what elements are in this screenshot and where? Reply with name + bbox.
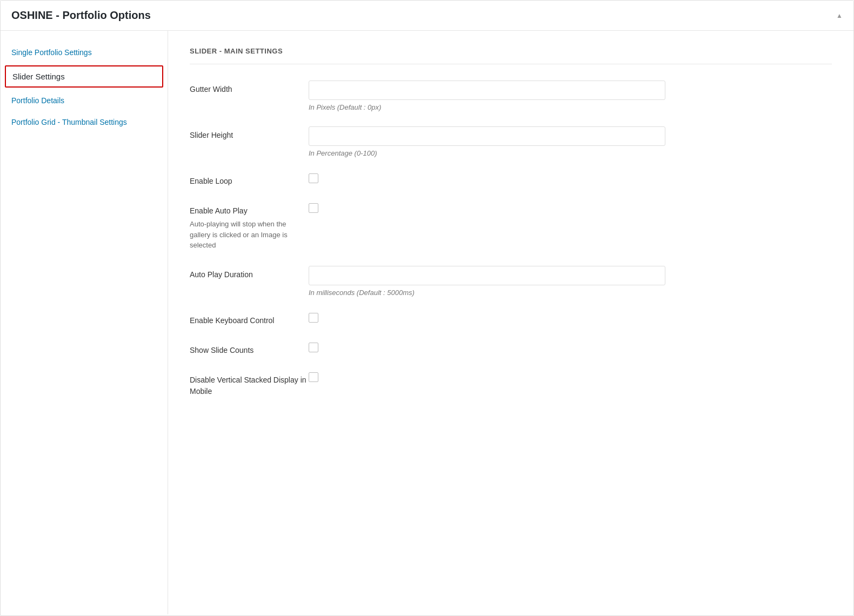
- collapse-icon[interactable]: [836, 12, 843, 19]
- checkbox-disable-vertical-stacked[interactable]: [309, 372, 318, 382]
- control-gutter-width: In Pixels (Default : 0px): [309, 81, 832, 111]
- label-enable-auto-play: Enable Auto Play Auto-playing will stop …: [190, 202, 309, 251]
- control-keyboard-control: [309, 312, 832, 323]
- input-slider-height[interactable]: [309, 126, 665, 146]
- settings-row-enable-loop: Enable Loop: [190, 172, 832, 187]
- control-disable-vertical-stacked: [309, 371, 832, 382]
- input-auto-play-duration[interactable]: [309, 266, 665, 285]
- sidebar-link-portfolio-grid[interactable]: Portfolio Grid - Thumbnail Settings: [11, 118, 127, 126]
- sidebar-item-portfolio-grid[interactable]: Portfolio Grid - Thumbnail Settings: [1, 111, 168, 133]
- settings-row-auto-play-duration: Auto Play Duration In milliseconds (Defa…: [190, 266, 832, 297]
- checkbox-enable-loop[interactable]: [309, 173, 318, 183]
- label-auto-play-duration: Auto Play Duration: [190, 266, 309, 280]
- settings-row-disable-vertical-stacked: Disable Vertical Stacked Display in Mobi…: [190, 371, 832, 397]
- label-enable-loop: Enable Loop: [190, 172, 309, 187]
- checkbox-show-slide-counts[interactable]: [309, 343, 318, 352]
- settings-row-show-slide-counts: Show Slide Counts: [190, 342, 832, 356]
- page-wrapper: OSHINE - Portfolio Options Single Portfo…: [0, 0, 854, 616]
- control-show-slide-counts: [309, 342, 832, 352]
- section-title: SLIDER - MAIN SETTINGS: [190, 47, 832, 55]
- sidebar-item-slider-settings[interactable]: Slider Settings: [5, 65, 163, 88]
- helper-gutter-width: In Pixels (Default : 0px): [309, 103, 832, 111]
- settings-row-slider-height: Slider Height In Percentage (0-100): [190, 126, 832, 157]
- control-enable-auto-play: [309, 202, 832, 213]
- content-area: Single Portfolio Settings Slider Setting…: [1, 31, 853, 614]
- sidebar-item-single-portfolio[interactable]: Single Portfolio Settings: [1, 42, 168, 63]
- label-show-slide-counts: Show Slide Counts: [190, 342, 309, 356]
- settings-row-keyboard-control: Enable Keyboard Control: [190, 312, 832, 326]
- checkbox-wrapper-enable-loop: [309, 172, 832, 183]
- checkbox-keyboard-control[interactable]: [309, 313, 318, 323]
- label-gutter-width: Gutter Width: [190, 81, 309, 95]
- page-header: OSHINE - Portfolio Options: [1, 1, 853, 31]
- settings-row-enable-auto-play: Enable Auto Play Auto-playing will stop …: [190, 202, 832, 251]
- label-slider-height: Slider Height: [190, 126, 309, 141]
- control-enable-loop: [309, 172, 832, 183]
- checkbox-wrapper-keyboard-control: [309, 312, 832, 323]
- checkbox-wrapper-enable-auto-play: [309, 202, 832, 213]
- sidebar-item-portfolio-details[interactable]: Portfolio Details: [1, 90, 168, 111]
- page-title: OSHINE - Portfolio Options: [11, 9, 151, 22]
- label-keyboard-control: Enable Keyboard Control: [190, 312, 309, 326]
- control-auto-play-duration: In milliseconds (Default : 5000ms): [309, 266, 832, 297]
- helper-slider-height: In Percentage (0-100): [309, 149, 832, 157]
- checkbox-enable-auto-play[interactable]: [309, 203, 318, 213]
- section-divider: [190, 64, 832, 64]
- sidebar-link-portfolio-details[interactable]: Portfolio Details: [11, 96, 64, 105]
- sidebar-label-slider-settings: Slider Settings: [12, 72, 65, 81]
- settings-row-gutter-width: Gutter Width In Pixels (Default : 0px): [190, 81, 832, 111]
- sidebar-link-single-portfolio[interactable]: Single Portfolio Settings: [11, 48, 92, 57]
- input-gutter-width[interactable]: [309, 81, 665, 100]
- checkbox-wrapper-show-slide-counts: [309, 342, 832, 352]
- sidebar: Single Portfolio Settings Slider Setting…: [1, 31, 168, 614]
- settings-table: Gutter Width In Pixels (Default : 0px) S…: [190, 81, 832, 397]
- label-disable-vertical-stacked: Disable Vertical Stacked Display in Mobi…: [190, 371, 309, 397]
- main-content: SLIDER - MAIN SETTINGS Gutter Width In P…: [168, 31, 853, 614]
- control-slider-height: In Percentage (0-100): [309, 126, 832, 157]
- description-enable-auto-play: Auto-playing will stop when the gallery …: [190, 219, 309, 251]
- checkbox-wrapper-disable-vertical-stacked: [309, 371, 832, 382]
- helper-auto-play-duration: In milliseconds (Default : 5000ms): [309, 289, 832, 297]
